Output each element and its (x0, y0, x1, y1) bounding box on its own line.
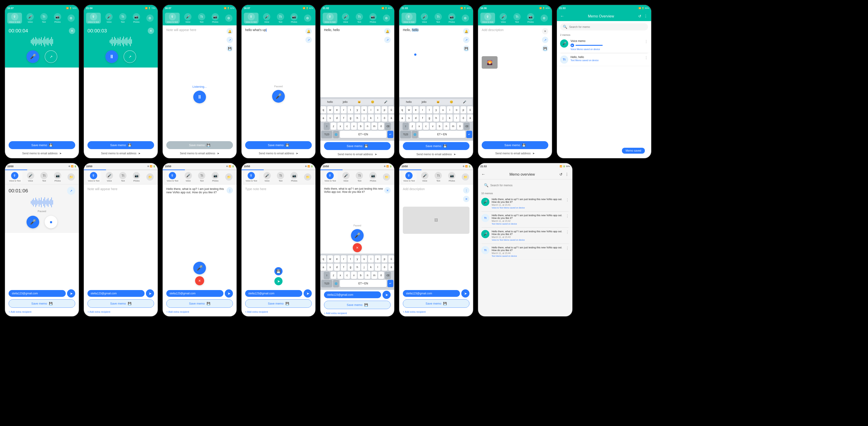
key-w[interactable]: w (327, 106, 333, 114)
email-input-9[interactable] (9, 290, 66, 297)
more-icon-1-15[interactable]: ⋮ (565, 198, 569, 202)
key-ü[interactable]: ü (389, 106, 394, 114)
toolbar-p-3[interactable]: 📷 Photos (210, 13, 221, 24)
toolbar-voicetotext-1[interactable]: 🎙 Voice to text (7, 13, 22, 24)
send-btn-7[interactable]: Send memo to email address➤ (482, 151, 548, 156)
add-recipient-10[interactable]: + Add extra recipient (88, 309, 154, 314)
toolbar-vtt-2[interactable]: 🎙 Voice to text (86, 13, 101, 24)
send-btn-2[interactable]: Send memo to email address➤ (88, 151, 154, 156)
note-text-13[interactable]: Hello there, what is up? I am just testi… (324, 187, 384, 201)
share-btn-9[interactable]: ↗ (67, 187, 75, 195)
save-btn-2[interactable]: Save memo💾 (88, 141, 154, 149)
close-btn-13[interactable]: ✕ (353, 243, 362, 252)
pause-btn-2[interactable]: ⏸ (105, 50, 118, 63)
search-input-15[interactable] (490, 184, 566, 187)
close-icon-13[interactable]: ✕ (384, 187, 391, 193)
stop-btn-9[interactable]: ⏹ (44, 216, 57, 229)
toolbar-t-2[interactable]: Tt Text (117, 13, 128, 24)
suggest-6c[interactable]: 🐱 (435, 100, 442, 104)
bell-icon-6[interactable]: 🔔 (463, 28, 469, 34)
toolbar-v-3[interactable]: 🎤 Voice (182, 13, 193, 24)
image-thumb-7[interactable]: 🌄 (482, 56, 498, 69)
key-e[interactable]: e (334, 106, 340, 114)
back-btn-8[interactable]: ← (560, 14, 564, 19)
save-btn-11[interactable]: Save memo💾 (166, 299, 233, 308)
toolbar-vtt-4[interactable]: 🎙 Voice to text (244, 13, 258, 24)
toolbar-t-6[interactable]: Tt Text (433, 13, 444, 24)
suggest-6d[interactable]: 😊 (448, 100, 455, 104)
more-icon-4-15[interactable]: ⋮ (565, 246, 569, 250)
close-icon-14[interactable]: ✕ (463, 196, 469, 202)
toolbar-vtt-13[interactable]: 🎙 Voice to Text (323, 172, 338, 182)
toolbar-s-3[interactable]: ⚙ (223, 14, 234, 22)
toolbar-text-1[interactable]: Tt Text (38, 13, 50, 24)
memo-item-voice-8[interactable]: 🎤 Voice memo ▶ Voice Memo saved on devic… (557, 37, 651, 53)
key-j[interactable]: j (361, 115, 367, 122)
key-b[interactable]: b (358, 123, 364, 130)
key-enter[interactable]: ↵ (388, 131, 393, 138)
send-btn-12[interactable]: ➤ (274, 277, 282, 285)
suggest-2[interactable]: jello (341, 100, 349, 104)
suggest-3[interactable]: 🐱 (356, 100, 363, 104)
key-o[interactable]: o (375, 106, 381, 114)
email-input-10[interactable] (88, 290, 145, 297)
memo-search-15[interactable]: 🔍 (481, 182, 569, 189)
toolbar-p-5[interactable]: 📷 Photos (368, 13, 378, 24)
save-btn-14[interactable]: Save memo💾 (403, 299, 469, 308)
key-ō[interactable]: ō (378, 123, 384, 130)
toolbar-folder-9[interactable]: 📁 (66, 173, 76, 181)
toolbar-p-13[interactable]: 📷 Photos (368, 172, 378, 182)
key-t[interactable]: t (347, 106, 353, 114)
save-btn-10[interactable]: Save memo💾 (88, 299, 154, 308)
refresh-btn-15[interactable]: ↺ (559, 172, 563, 177)
toolbar-s-2[interactable]: ⚙ (145, 14, 155, 22)
toolbar-s-6[interactable]: ⚙ (460, 14, 471, 22)
toolbar-t-4[interactable]: Tt Text (275, 13, 286, 24)
more-icon-3-15[interactable]: ⋮ (565, 230, 569, 234)
mic-btn-9[interactable]: 🎤 (27, 216, 39, 229)
toolbar-settings-1[interactable]: ⚙ (66, 14, 76, 22)
share-icon-3[interactable]: ↗ (226, 37, 233, 43)
key-space[interactable]: ET • EN (340, 131, 386, 138)
mic-btn-4[interactable]: 🎤 (272, 90, 285, 103)
note-text-11[interactable]: Hello there, what is up? I am just testi… (166, 187, 226, 201)
toolbar-v-2[interactable]: 🎤 Voice (103, 13, 115, 24)
more-icon-8[interactable]: ⋮ (644, 39, 648, 44)
image-area-14[interactable]: 🖼 (403, 207, 469, 234)
suggest-6a[interactable]: hello (404, 100, 413, 104)
save-icon-7[interactable]: 💾 (542, 45, 548, 52)
close-icon-7[interactable]: ✕ (542, 28, 548, 34)
key-l[interactable]: l (375, 115, 381, 122)
suggest-5[interactable]: 🎤 (382, 100, 389, 104)
toolbar-p-4[interactable]: 📷 Photos (289, 13, 300, 24)
toolbar-photos-1[interactable]: 📷 Photos (52, 13, 63, 24)
memo-item-3-15[interactable]: 🎤 Hello there, what is up? I am just tes… (478, 228, 572, 244)
toolbar-t-9[interactable]: Tt Text (38, 172, 50, 182)
toolbar-vtt-10[interactable]: 🎙 Voice to Text (86, 172, 101, 182)
note-text-4[interactable]: hello what's up (245, 28, 305, 42)
email-input-14[interactable] (403, 290, 460, 297)
bell-icon-5[interactable]: 🔔 (384, 28, 391, 34)
close-btn-11[interactable]: ✕ (195, 276, 204, 285)
menu-btn-8[interactable]: ⋮ (644, 13, 648, 19)
back-btn-15[interactable]: ← (481, 172, 485, 177)
add-recipient-9[interactable]: + Add extra recipient (9, 309, 75, 314)
add-recipient-14[interactable]: + Add extra recipient (403, 309, 469, 314)
key-a[interactable]: a (320, 115, 326, 122)
save-btn-6[interactable]: Save memo💾 (403, 142, 469, 150)
share-btn-1[interactable]: ↗ (44, 50, 57, 63)
send-email-btn-10[interactable]: ➤ (146, 290, 154, 298)
play-icon-8[interactable]: ▶ (570, 43, 574, 47)
key-ä[interactable]: ä (389, 115, 394, 122)
toolbar-v-4[interactable]: 🎤 Voice (261, 13, 272, 24)
key-ö[interactable]: ö (381, 115, 388, 122)
note-text-5[interactable]: Hello, hello (324, 28, 384, 42)
share-icon-7[interactable]: ↗ (542, 37, 548, 43)
toolbar-voice-1[interactable]: 🎤 Voice (25, 13, 36, 24)
share-icon-4[interactable]: ↗ (305, 37, 312, 43)
bell-icon-4[interactable]: 🔔 (305, 28, 312, 34)
toolbar-p-2[interactable]: 📷 Photos (131, 13, 142, 24)
toolbar-vtt-5[interactable]: 🎙 Voice to text (323, 13, 337, 24)
close-btn-2[interactable]: ✕ (148, 28, 154, 34)
save-btn-1[interactable]: Save memo 💾 (9, 141, 75, 149)
